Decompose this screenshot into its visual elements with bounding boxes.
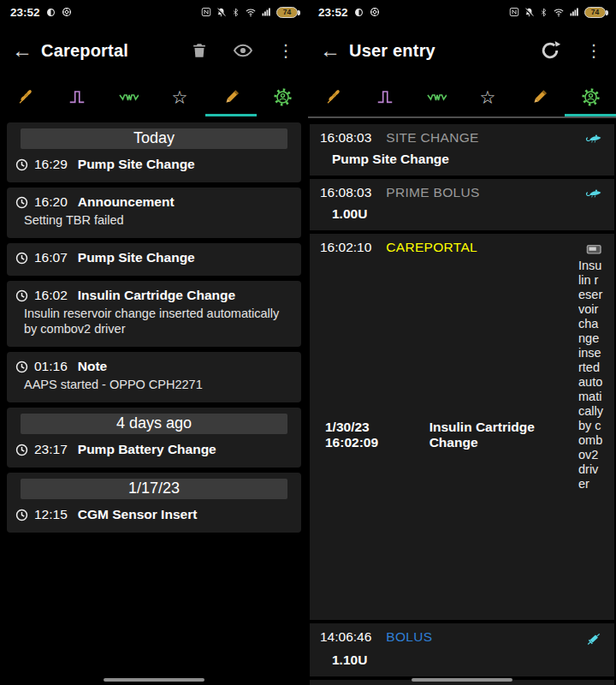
clock-time: 23:52 — [318, 6, 348, 19]
user-entry-row[interactable]: 14:06:46 BOLUS 1.10U — [310, 623, 614, 676]
back-icon[interactable]: ← — [12, 39, 41, 63]
settings-notification-icon — [62, 7, 72, 17]
home-indicator[interactable] — [104, 678, 204, 682]
entry-note: Insulin reservoir change inserted automa… — [24, 306, 293, 337]
tab-user-entry[interactable] — [565, 77, 616, 116]
entry-side-note: Insulin reservoir change inserted automa… — [578, 259, 604, 611]
tab-bar-left: ☆ — [0, 77, 308, 116]
tab-carbs[interactable] — [308, 77, 359, 116]
entry-time: 16:02:10 — [320, 240, 371, 255]
entry-note: AAPS started - OPPO CPH2271 — [24, 377, 293, 392]
entry-time: 14:06:46 — [320, 629, 371, 645]
careportal-card[interactable]: Today 16:29 Pump Site Change — [7, 122, 301, 182]
page-title: Careportal — [41, 41, 128, 61]
pulse-icon — [68, 87, 86, 106]
entry-time: 16:08:03 — [320, 130, 371, 146]
user-entry-list: 16:08:03 SITE CHANGE Pump Site Change 16… — [308, 118, 616, 685]
tab-careportal[interactable] — [513, 77, 565, 116]
nfc-icon — [509, 7, 519, 17]
careportal-card[interactable]: 16:02 Insulin Cartridge Change Insulin r… — [7, 281, 301, 347]
pencil-icon — [222, 87, 241, 107]
entry-title: CGM Sensor Insert — [78, 507, 198, 522]
user-entry-screen: 23:52 74 ← User entry ⋮ — [308, 0, 616, 685]
trash-icon — [190, 41, 209, 60]
battery-percent: 74 — [591, 8, 599, 16]
tab-temp-basal[interactable] — [51, 77, 103, 116]
tab-careportal[interactable] — [205, 77, 257, 116]
entry-value: 1.10U — [332, 652, 604, 668]
user-entry-row[interactable]: 16:08:03 SITE CHANGE Pump Site Change — [310, 124, 614, 176]
entry-title: Announcement — [78, 194, 175, 210]
data-saver-icon — [46, 8, 56, 17]
tab-favorites[interactable]: ☆ — [462, 77, 513, 116]
syringe-icon — [583, 629, 604, 648]
clock-icon — [15, 289, 28, 302]
careportal-card[interactable]: 4 days ago 23:17 Pump Battery Change — [7, 408, 301, 468]
entry-title: Pump Site Change — [78, 250, 195, 265]
careportal-card[interactable]: 16:20 Announcement Setting TBR failed — [7, 188, 301, 238]
tab-favorites[interactable]: ☆ — [154, 77, 205, 116]
status-bar-left: 23:52 74 — [0, 0, 308, 24]
entry-note: Setting TBR failed — [24, 212, 293, 228]
entry-type: BOLUS — [386, 629, 432, 645]
refresh-button[interactable] — [537, 38, 563, 63]
mute-vibrate-icon — [524, 7, 535, 18]
overflow-icon: ⋮ — [585, 42, 602, 59]
tab-user-entry[interactable] — [257, 77, 308, 116]
star-icon: ☆ — [480, 88, 496, 106]
clock-icon — [15, 509, 28, 521]
user-entry-row-careportal[interactable]: 16:02:10 CAREPORTAL 1/30/23 16:02:09 Ins… — [310, 234, 614, 620]
entry-time: 16:07 — [34, 250, 68, 265]
entry-title: Insulin Cartridge Change — [78, 288, 235, 303]
back-icon[interactable]: ← — [320, 39, 349, 63]
entry-time: 12:15 — [34, 507, 68, 522]
split-screens: 23:52 74 ← Careportal ⋮ — [0, 0, 616, 685]
show-hide-button[interactable] — [231, 39, 255, 63]
user-settings-icon — [273, 87, 293, 107]
careportal-card[interactable]: 1/17/23 12:15 CGM Sensor Insert — [7, 473, 301, 533]
careportal-card[interactable]: 01:16 Note AAPS started - OPPO CPH2271 — [7, 352, 301, 402]
tab-basal-profile[interactable] — [103, 77, 154, 116]
date-section-header: Today — [21, 128, 287, 149]
overflow-menu-button[interactable]: ⋮ — [275, 40, 296, 61]
clock-icon — [15, 360, 28, 373]
detail-timestamp: 1/30/23 16:02:09 — [325, 420, 421, 450]
tab-carbs[interactable] — [0, 77, 51, 116]
entry-type: SITE CHANGE — [386, 130, 478, 146]
entry-title: Pump Site Change — [78, 157, 195, 172]
bluetooth-icon — [231, 7, 240, 18]
wifi-icon — [553, 7, 565, 18]
careportal-screen: 23:52 74 ← Careportal ⋮ — [0, 0, 308, 685]
mute-vibrate-icon — [216, 7, 227, 18]
date-section-header: 4 days ago — [21, 414, 287, 434]
entry-detail: 1/30/23 16:02:09 Insulin Cartridge Chang… — [320, 259, 578, 611]
tab-bar-right: ☆ — [308, 77, 616, 116]
user-settings-icon — [581, 87, 601, 107]
clock-icon — [15, 444, 28, 456]
pump-icon — [583, 240, 604, 259]
entry-value: 1.00U — [332, 206, 604, 222]
bluetooth-icon — [539, 7, 548, 18]
delete-button[interactable] — [188, 39, 210, 62]
pencil-icon — [530, 87, 549, 107]
eye-icon — [233, 40, 253, 61]
tab-temp-basal[interactable] — [359, 77, 411, 116]
refresh-icon — [539, 39, 561, 62]
wheat-icon — [324, 87, 343, 106]
entry-title: Pump Battery Change — [78, 442, 216, 457]
user-entry-row[interactable]: 16:08:03 PRIME BOLUS 1.00U — [310, 179, 614, 230]
page-title: User entry — [349, 41, 435, 61]
date-section-header: 1/17/23 — [21, 479, 287, 499]
tab-basal-profile[interactable] — [411, 77, 462, 116]
home-indicator[interactable] — [412, 678, 512, 682]
overflow-icon: ⋮ — [277, 42, 294, 59]
overflow-menu-button[interactable]: ⋮ — [583, 40, 604, 61]
entry-title: Note — [78, 359, 107, 374]
rat-icon — [583, 185, 604, 202]
battery-icon: 74 — [276, 7, 298, 18]
entry-type: PRIME BOLUS — [386, 185, 479, 200]
careportal-card[interactable]: 16:07 Pump Site Change — [7, 243, 301, 276]
battery-icon: 74 — [584, 7, 606, 18]
entry-time: 16:20 — [34, 194, 68, 210]
star-icon: ☆ — [172, 88, 188, 106]
